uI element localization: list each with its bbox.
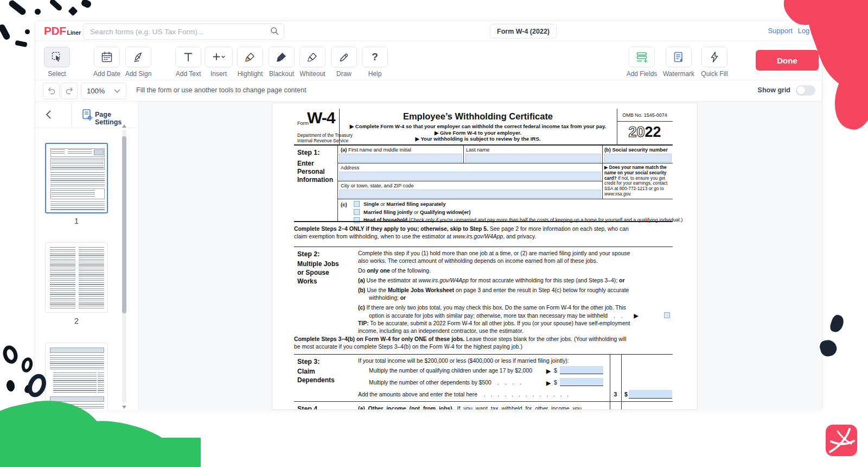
step2-title: Works (297, 277, 317, 285)
search-icon[interactable] (270, 26, 279, 36)
scroll-up-arrow[interactable] (122, 124, 126, 128)
thumb-decor (52, 160, 104, 168)
watermark-icon (672, 51, 685, 64)
decoration-ink-dot (68, 6, 78, 16)
add-fields-icon (635, 51, 648, 64)
single-label: Single or Married filing separately (363, 201, 446, 207)
thumb-decor (52, 149, 65, 155)
step1-title: Enter (297, 160, 314, 167)
steps34-intro: be most accurate if you complete Steps 3… (294, 344, 522, 350)
highlighter-icon (244, 51, 257, 64)
collapse-sidebar-button[interactable] (45, 110, 52, 122)
app-header: PDF Liner Form W-4 (2022) Support Log in (35, 21, 822, 41)
step2-p1: also works. The correct amount of withho… (358, 258, 598, 264)
step3-line2: Multiply the number of other dependents … (369, 380, 492, 386)
scrollbar-thumb[interactable] (122, 136, 126, 313)
blackout-brush-icon (275, 51, 288, 64)
step2-b: (b) Use the Multiple Jobs Worksheet on p… (358, 287, 629, 293)
step2-p2: Do only one of the following. (358, 268, 431, 274)
ssa-note: name on your social security (604, 170, 666, 175)
chevron-left-icon (45, 110, 52, 119)
decoration-ring (20, 356, 34, 374)
step4-label: Step 4 (297, 405, 317, 410)
ssa-note: ▶ Does your name match the (604, 165, 667, 170)
city-label: City or town, state, and ZIP code (341, 183, 414, 188)
ssa-note: SSA at 800-772-1213 or go to (604, 186, 664, 191)
step3-line3: Add the amounts above and enter the tota… (358, 392, 477, 397)
steps34-intro: Complete Steps 3–4(b) on Form W-4 for on… (294, 336, 627, 342)
steps24-intro: Complete Steps 2–4 ONLY if they apply to… (294, 226, 629, 232)
scroll-down-arrow[interactable] (122, 406, 126, 409)
married-jointly-label: Married filing jointly or Qualifying wid… (363, 209, 470, 215)
two-jobs-checkbox[interactable] (664, 312, 670, 318)
question-icon: ? (372, 51, 378, 63)
form-line (337, 163, 673, 163)
decoration-ink-dash (80, 0, 92, 9)
first-name-field[interactable] (339, 154, 462, 162)
thumb-decor (68, 149, 92, 155)
form-name: W-4 (307, 109, 335, 127)
form-line (294, 221, 673, 222)
thumb-decor (98, 373, 104, 394)
step2-c: (c) If there are only two jobs total, yo… (358, 305, 626, 311)
page-thumbnail-1[interactable] (45, 143, 108, 213)
decoration-ink-dash (0, 23, 11, 41)
pages-sidebar: Page Settings 1 (35, 102, 139, 410)
step4-a: (a) Other income (not from jobs). If you… (358, 406, 603, 410)
redo-button[interactable] (61, 83, 78, 99)
select-button[interactable]: Select (37, 47, 76, 78)
form-line (294, 247, 673, 247)
whiteout-brush-icon (306, 51, 319, 64)
married-jointly-checkbox[interactable] (354, 209, 360, 215)
thumb-decor (79, 247, 104, 309)
page-settings-icon (81, 109, 93, 121)
step1c-tag: (c) (341, 201, 347, 207)
head-of-household-checkbox[interactable] (354, 217, 360, 223)
zoom-value: 100% (87, 87, 105, 95)
address-field[interactable] (339, 172, 601, 180)
step2-p1: Complete this step if you (1) hold more … (358, 250, 630, 256)
help-button[interactable]: ? Help (355, 47, 394, 78)
show-grid-toggle[interactable] (796, 85, 815, 96)
search-input[interactable] (83, 23, 284, 40)
ssa-note: credit for your earnings, contact (604, 180, 667, 186)
redo-icon (65, 86, 74, 96)
step2-tip: income, including as an independent cont… (358, 328, 524, 334)
single-checkbox[interactable] (354, 201, 360, 207)
logo-liner: Liner (67, 29, 81, 36)
thumb-decor (50, 201, 105, 210)
page-settings-label[interactable]: Page Settings (95, 111, 138, 126)
pdfliner-logo[interactable]: PDF Liner (44, 24, 81, 37)
ssa-note: www.ssa.gov. (604, 191, 631, 197)
support-link[interactable]: Support (768, 27, 793, 35)
other-dependents-field[interactable] (560, 378, 603, 386)
add-fields-button[interactable]: Add Fields (622, 47, 661, 78)
undo-button[interactable] (43, 83, 60, 99)
form-line (617, 121, 673, 122)
done-button[interactable]: Done (756, 50, 819, 71)
toolbar: Select Add Date Add Sign (35, 41, 822, 80)
omb-number: OMB No. 1545-0074 (617, 112, 673, 118)
form-bullet-2: ▶ Give Form W-4 to your employer. (339, 130, 617, 136)
thumb-decor (53, 373, 97, 394)
zoom-select[interactable]: 100% (81, 83, 126, 99)
ssn-field[interactable] (604, 154, 672, 162)
add-sign-button[interactable]: Add Sign (119, 47, 158, 78)
city-field[interactable] (339, 190, 601, 198)
step3-line1: Multiply the number of qualifying childr… (369, 368, 532, 374)
form-bullet-3: ▶ Your withholding is subject to review … (339, 136, 617, 142)
text-icon (182, 51, 195, 64)
watermark-button[interactable]: Watermark (659, 47, 698, 78)
step3-label: Step 3: (297, 358, 320, 365)
total-dependents-field[interactable] (629, 390, 672, 399)
last-name-field[interactable] (465, 154, 601, 162)
page-thumbnail-2[interactable] (45, 242, 108, 313)
quick-fill-button[interactable]: Quick Fill (695, 47, 734, 78)
step3-title: Dependents (297, 376, 335, 384)
qualifying-children-field[interactable] (560, 366, 603, 374)
step2-b: withholding; or (369, 295, 406, 301)
decoration-ink-dash (15, 40, 27, 47)
page-number-1: 1 (45, 217, 108, 225)
thumb-decor (50, 348, 104, 353)
page-thumbnail-3[interactable] (45, 343, 108, 410)
